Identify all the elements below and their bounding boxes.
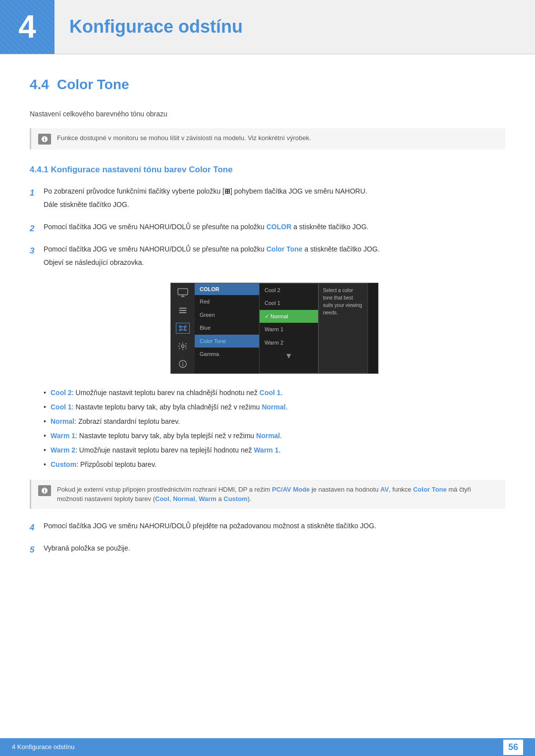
page-footer: 4 Konfigurace odstínu 56 [0, 738, 535, 756]
menu-color-header: COLOR [195, 283, 259, 296]
bullet-normal: Normal: Zobrazí standardní teplotu barev… [44, 416, 505, 427]
chapter-title: Konfigurace odstínu [54, 13, 243, 40]
bullet-warm2: Warm 2: Umožňuje nastavit teplotu barev … [44, 445, 505, 455]
monitor-sidebar-icon [176, 287, 190, 298]
svg-rect-0 [178, 288, 188, 295]
step-number-4: 4 [30, 521, 44, 534]
step-number-5: 5 [30, 543, 44, 556]
step-5: 5 Vybraná položka se použije. [30, 543, 505, 556]
step-4: 4 Pomocí tlačítka JOG ve směru NAHORU/DO… [30, 521, 505, 534]
main-content: 4.4Color Tone Nastavení celkového barevn… [0, 74, 535, 605]
bullet-cool2: Cool 2: Umožňuje nastavit teplotu barev … [44, 388, 505, 398]
step-1: 1 Po zobrazení průvodce funkčními tlačít… [30, 186, 505, 213]
lines-sidebar-icon [176, 305, 190, 316]
bullet-list: Cool 2: Umožňuje nastavit teplotu barev … [44, 388, 505, 470]
svg-point-9 [179, 329, 181, 331]
bottom-note-icon [38, 485, 51, 496]
svg-point-14 [182, 361, 183, 362]
footer-page-number: 56 [503, 740, 523, 755]
menu-sidebar [171, 283, 195, 373]
step-content-3: Pomocí tlačítka JOG ve směru NAHORU/DOLŮ… [44, 244, 505, 271]
note-icon [38, 134, 51, 145]
svg-point-6 [181, 326, 184, 330]
step-3: 3 Pomocí tlačítka JOG ve směru NAHORU/DO… [30, 244, 505, 271]
note-box: Funkce dostupné v monitoru se mohou liši… [30, 128, 505, 150]
menu-tooltip: Select a color tone that best suits your… [319, 283, 368, 373]
step-number-2: 2 [30, 222, 44, 235]
info-sidebar-icon [176, 358, 190, 369]
svg-point-10 [185, 329, 187, 331]
gear-sidebar-icon [176, 341, 190, 352]
menu-screenshot-container: COLOR Red Green Blue Color Tone Gamma Co… [44, 283, 505, 374]
bottom-note-text: Pokud je externí vstup připojen prostřed… [57, 485, 498, 504]
footer-chapter-label: 4 Konfigurace odstínu [0, 742, 498, 752]
menu-item-green: Green [195, 308, 259, 322]
step-content-5: Vybraná položka se použije. [44, 543, 505, 556]
menu-item-red: Red [195, 295, 259, 308]
step-number-3: 3 [30, 244, 44, 257]
submenu-cool2: Cool 2 [260, 284, 318, 297]
color-sidebar-icon [176, 323, 190, 334]
svg-point-11 [181, 345, 184, 347]
step-2: 2 Pomocí tlačítka JOG ve směru NAHORU/DO… [30, 222, 505, 235]
monitor-menu: COLOR Red Green Blue Color Tone Gamma Co… [170, 283, 378, 374]
main-menu-panel: COLOR Red Green Blue Color Tone Gamma [195, 283, 259, 373]
menu-item-gamma: Gamma [195, 348, 259, 361]
svg-point-8 [185, 325, 187, 327]
menu-item-blue: Blue [195, 321, 259, 335]
bottom-note-box: Pokud je externí vstup připojen prostřed… [30, 480, 505, 509]
section-title: 4.4Color Tone [30, 74, 505, 99]
submenu-cool1: Cool 1 [260, 297, 318, 310]
bullet-custom: Custom: Přizpůsobí teplotu barev. [44, 459, 505, 470]
submenu-normal: ✓ Normal [260, 310, 318, 323]
step-number-1: 1 [30, 186, 44, 200]
submenu-warm2: Warm 2 [260, 336, 318, 350]
section-description: Nastavení celkového barevného tónu obraz… [30, 109, 505, 119]
chapter-number: 4 [0, 0, 54, 54]
menu-item-colortone: Color Tone [195, 335, 259, 348]
bullet-warm1: Warm 1: Nastavte teplotu barvy tak, aby … [44, 431, 505, 441]
svg-point-7 [179, 325, 181, 327]
step-content-1: Po zobrazení průvodce funkčními tlačítky… [44, 186, 505, 213]
submenu-panel: Cool 2 Cool 1 ✓ Normal Warm 1 Warm 2 ▼ [259, 283, 319, 373]
submenu-warm1: Warm 1 [260, 323, 318, 336]
page-header: 4 Konfigurace odstínu [0, 0, 535, 54]
note-text: Funkce dostupné v monitoru se mohou liši… [57, 133, 311, 143]
bullet-cool1: Cool 1: Nastavte teplotu barvy tak, aby … [44, 402, 505, 412]
subsection-title: 4.4.1 Konfigurace nastavení tónu barev C… [30, 163, 505, 176]
step-content-2: Pomocí tlačítka JOG ve směru NAHORU/DOLŮ… [44, 222, 505, 235]
step-content-4: Pomocí tlačítka JOG ve směru NAHORU/DOLŮ… [44, 521, 505, 534]
